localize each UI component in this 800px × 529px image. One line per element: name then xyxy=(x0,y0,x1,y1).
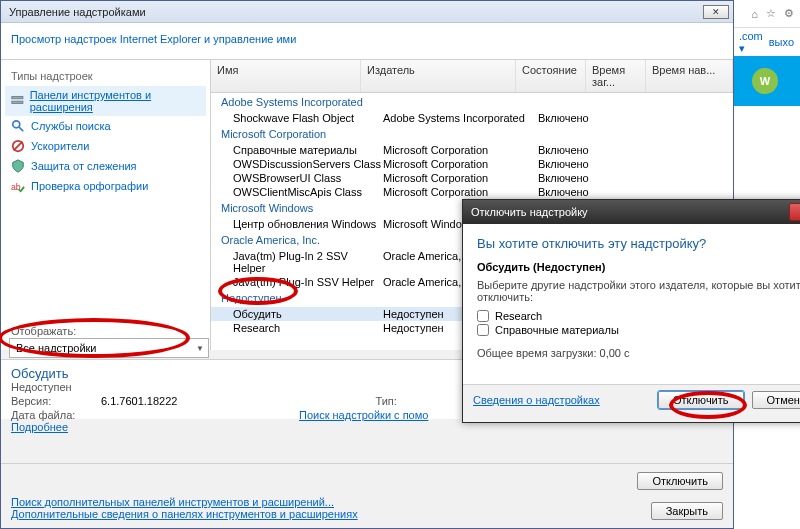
home-icon[interactable]: ⌂ xyxy=(751,8,758,20)
more-link[interactable]: Подробнее xyxy=(11,421,68,433)
avatar[interactable]: W xyxy=(752,68,778,94)
sidebar-item-toolbars[interactable]: Панели инструментов и расширения xyxy=(5,86,206,116)
footer: Отключить Поиск дополнительных панелей и… xyxy=(1,463,733,528)
svg-rect-0 xyxy=(12,96,23,98)
sidebar-item-spellcheck[interactable]: ab Проверка орфографии xyxy=(5,176,206,196)
list-row[interactable]: OWSClientMiscApis ClassMicrosoft Corpora… xyxy=(211,185,733,199)
date-label: Дата файла: xyxy=(11,409,91,421)
checkbox-research[interactable]: Research xyxy=(477,309,800,323)
sidebar-header: Типы надстроек xyxy=(5,66,206,86)
chevron-down-icon: ▼ xyxy=(196,344,204,353)
svg-line-3 xyxy=(19,127,23,131)
checkbox-reference[interactable]: Справочные материалы xyxy=(477,323,800,337)
list-row[interactable]: Справочные материалыMicrosoft Corporatio… xyxy=(211,143,733,157)
spellcheck-icon: ab xyxy=(11,179,25,193)
sidebar-item-label: Проверка орфографии xyxy=(31,180,148,192)
checkbox-input[interactable] xyxy=(477,324,489,336)
dialog-cancel-button[interactable]: Отмена xyxy=(752,391,800,409)
sidebar-item-tracking[interactable]: Защита от слежения xyxy=(5,156,206,176)
sidebar-item-label: Защита от слежения xyxy=(31,160,137,172)
sidebar-item-label: Службы поиска xyxy=(31,120,111,132)
find-more-link[interactable]: Поиск дополнительных панелей инструменто… xyxy=(11,496,334,508)
titlebar: Управление надстройками ✕ xyxy=(1,1,733,23)
accelerator-icon xyxy=(11,139,25,153)
dialog-addon-name: Обсудить (Недоступен) xyxy=(477,261,800,273)
close-button[interactable]: Закрыть xyxy=(651,502,723,520)
dropdown-value: Все надстройки xyxy=(16,342,97,354)
dialog-ok-button[interactable]: Отключить xyxy=(658,391,744,409)
svg-point-2 xyxy=(13,121,20,128)
subtitle-link[interactable]: Просмотр надстроек Internet Explorer и у… xyxy=(11,33,296,45)
dialog-close-icon[interactable]: ✕ xyxy=(789,203,800,221)
disable-addon-dialog: Отключить надстройку ✕ Вы хотите отключи… xyxy=(462,199,800,423)
shield-icon xyxy=(11,159,25,173)
col-loadtime[interactable]: Время заг... xyxy=(586,60,646,92)
dialog-message: Выберите другие надстройки этого издател… xyxy=(477,279,800,303)
star-icon[interactable]: ☆ xyxy=(766,7,776,20)
dialog-loadtime: Общее время загрузки: 0,00 с xyxy=(477,347,800,359)
sidebar-item-label: Панели инструментов и расширения xyxy=(30,89,200,113)
sidebar-item-search[interactable]: Службы поиска xyxy=(5,116,206,136)
group-header: Adobe Systems Incorporated xyxy=(211,93,733,111)
disable-button[interactable]: Отключить xyxy=(637,472,723,490)
sidebar-item-label: Ускорители xyxy=(31,140,89,152)
list-row[interactable]: Shockwave Flash ObjectAdobe Systems Inco… xyxy=(211,111,733,125)
type-label: Тип: xyxy=(375,395,455,407)
dialog-titlebar: Отключить надстройку ✕ xyxy=(463,200,800,224)
sidebar: Типы надстроек Панели инструментов и рас… xyxy=(1,60,211,350)
dialog-title: Отключить надстройку xyxy=(471,206,588,218)
display-dropdown[interactable]: Все надстройки ▼ xyxy=(9,338,209,358)
svg-rect-1 xyxy=(12,101,23,103)
display-label: Отображать: xyxy=(11,325,76,337)
col-name[interactable]: Имя xyxy=(211,60,361,92)
search-icon xyxy=(11,119,25,133)
window-title: Управление надстройками xyxy=(9,6,146,18)
version-value: 6.1.7601.18222 xyxy=(101,395,177,407)
dialog-question: Вы хотите отключить эту надстройку? xyxy=(477,236,800,251)
learn-more-link[interactable]: Дополнительные сведения о панелях инстру… xyxy=(11,508,358,520)
col-publisher[interactable]: Издатель xyxy=(361,60,516,92)
svg-line-5 xyxy=(14,142,23,151)
subheader: Просмотр надстроек Internet Explorer и у… xyxy=(1,23,733,60)
search-addon-link[interactable]: Поиск надстройки с помо xyxy=(299,409,428,421)
col-navtime[interactable]: Время нав... xyxy=(646,60,733,92)
close-icon[interactable]: ✕ xyxy=(703,5,729,19)
list-row[interactable]: OWSDiscussionServers ClassMicrosoft Corp… xyxy=(211,157,733,171)
list-header: Имя Издатель Состояние Время заг... Врем… xyxy=(211,60,733,93)
version-label: Версия: xyxy=(11,395,91,407)
gear-icon[interactable]: ⚙ xyxy=(784,7,794,20)
group-header: Microsoft Corporation xyxy=(211,125,733,143)
exit-link[interactable]: выхо xyxy=(769,36,794,48)
list-row[interactable]: OWSBrowserUI ClassMicrosoft CorporationВ… xyxy=(211,171,733,185)
sidebar-item-accelerators[interactable]: Ускорители xyxy=(5,136,206,156)
col-status[interactable]: Состояние xyxy=(516,60,586,92)
domain-link[interactable]: .com ▾ xyxy=(739,30,763,55)
toolbar-icon xyxy=(11,94,24,108)
dialog-info-link[interactable]: Сведения о надстройках xyxy=(473,394,600,406)
checkbox-input[interactable] xyxy=(477,310,489,322)
